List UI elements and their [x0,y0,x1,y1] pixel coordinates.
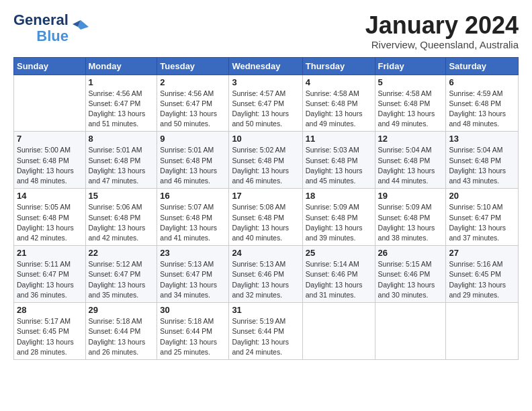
day-info: Sunrise: 4:59 AM Sunset: 6:48 PM Dayligh… [449,89,515,130]
location: Riverview, Queensland, Australia [365,39,519,50]
day-number: 20 [449,191,515,201]
day-number: 19 [378,191,443,201]
day-number: 1 [89,77,154,87]
calendar-cell: 29Sunrise: 5:18 AM Sunset: 6:44 PM Dayli… [85,303,157,360]
page: General Blue January 2024 Riverview, Que… [0,0,532,367]
day-info: Sunrise: 5:11 AM Sunset: 6:47 PM Dayligh… [17,259,83,300]
logo: General Blue [13,12,90,44]
day-number: 23 [160,248,226,258]
calendar-cell: 26Sunrise: 5:15 AM Sunset: 6:46 PM Dayli… [375,246,446,303]
week-row-2: 7Sunrise: 5:00 AM Sunset: 6:48 PM Daylig… [14,132,519,189]
weekday-header-friday: Friday [375,57,446,75]
day-number: 12 [378,134,443,144]
day-info: Sunrise: 5:01 AM Sunset: 6:48 PM Dayligh… [89,145,154,186]
calendar-cell: 25Sunrise: 5:14 AM Sunset: 6:46 PM Dayli… [302,246,375,303]
calendar-cell: 1Sunrise: 4:56 AM Sunset: 6:47 PM Daylig… [85,75,157,132]
calendar-cell: 15Sunrise: 5:06 AM Sunset: 6:48 PM Dayli… [85,189,157,246]
day-info: Sunrise: 5:19 AM Sunset: 6:44 PM Dayligh… [232,316,299,357]
day-info: Sunrise: 5:06 AM Sunset: 6:48 PM Dayligh… [89,202,154,243]
calendar-cell [302,303,375,360]
day-info: Sunrise: 4:58 AM Sunset: 6:48 PM Dayligh… [306,89,372,130]
day-number: 18 [306,191,372,201]
week-row-4: 21Sunrise: 5:11 AM Sunset: 6:47 PM Dayli… [14,246,519,303]
calendar-cell: 14Sunrise: 5:05 AM Sunset: 6:48 PM Dayli… [14,189,86,246]
calendar: SundayMondayTuesdayWednesdayThursdayFrid… [13,57,519,360]
day-info: Sunrise: 5:08 AM Sunset: 6:48 PM Dayligh… [232,202,299,243]
calendar-cell: 22Sunrise: 5:12 AM Sunset: 6:47 PM Dayli… [85,246,157,303]
day-number: 8 [89,134,154,144]
day-info: Sunrise: 5:00 AM Sunset: 6:48 PM Dayligh… [17,145,83,186]
day-number: 10 [232,134,299,144]
day-number: 28 [17,305,83,315]
day-number: 6 [449,77,515,87]
day-number: 15 [89,191,154,201]
calendar-cell: 27Sunrise: 5:16 AM Sunset: 6:45 PM Dayli… [446,246,519,303]
day-info: Sunrise: 5:14 AM Sunset: 6:46 PM Dayligh… [306,259,372,300]
calendar-cell: 13Sunrise: 5:04 AM Sunset: 6:48 PM Dayli… [446,132,519,189]
calendar-cell: 24Sunrise: 5:13 AM Sunset: 6:46 PM Dayli… [229,246,302,303]
day-number: 29 [89,305,154,315]
calendar-cell: 23Sunrise: 5:13 AM Sunset: 6:47 PM Dayli… [157,246,229,303]
day-info: Sunrise: 5:09 AM Sunset: 6:48 PM Dayligh… [306,202,372,243]
day-info: Sunrise: 4:57 AM Sunset: 6:47 PM Dayligh… [232,89,299,130]
calendar-cell [446,303,519,360]
day-info: Sunrise: 5:02 AM Sunset: 6:48 PM Dayligh… [232,145,299,186]
day-number: 5 [378,77,443,87]
day-info: Sunrise: 5:18 AM Sunset: 6:44 PM Dayligh… [89,316,154,357]
calendar-cell: 4Sunrise: 4:58 AM Sunset: 6:48 PM Daylig… [302,75,375,132]
calendar-cell: 20Sunrise: 5:10 AM Sunset: 6:47 PM Dayli… [446,189,519,246]
calendar-cell: 21Sunrise: 5:11 AM Sunset: 6:47 PM Dayli… [14,246,86,303]
calendar-header: SundayMondayTuesdayWednesdayThursdayFrid… [14,57,519,75]
day-info: Sunrise: 5:16 AM Sunset: 6:45 PM Dayligh… [449,259,515,300]
calendar-cell: 5Sunrise: 4:58 AM Sunset: 6:48 PM Daylig… [375,75,446,132]
calendar-cell: 18Sunrise: 5:09 AM Sunset: 6:48 PM Dayli… [302,189,375,246]
day-info: Sunrise: 5:04 AM Sunset: 6:48 PM Dayligh… [449,145,515,186]
day-number: 25 [306,248,372,258]
weekday-header-row: SundayMondayTuesdayWednesdayThursdayFrid… [14,57,519,75]
day-number: 7 [17,134,83,144]
day-number: 26 [378,248,443,258]
month-title: January 2024 [365,12,519,39]
day-number: 3 [232,77,299,87]
calendar-cell: 10Sunrise: 5:02 AM Sunset: 6:48 PM Dayli… [229,132,302,189]
day-info: Sunrise: 5:12 AM Sunset: 6:47 PM Dayligh… [89,259,154,300]
calendar-cell: 31Sunrise: 5:19 AM Sunset: 6:44 PM Dayli… [229,303,302,360]
week-row-5: 28Sunrise: 5:17 AM Sunset: 6:45 PM Dayli… [14,303,519,360]
calendar-cell: 19Sunrise: 5:09 AM Sunset: 6:48 PM Dayli… [375,189,446,246]
day-number: 11 [306,134,372,144]
weekday-header-tuesday: Tuesday [157,57,229,75]
day-info: Sunrise: 5:05 AM Sunset: 6:48 PM Dayligh… [17,202,83,243]
day-info: Sunrise: 4:56 AM Sunset: 6:47 PM Dayligh… [89,89,154,130]
day-info: Sunrise: 4:56 AM Sunset: 6:47 PM Dayligh… [160,89,226,130]
day-info: Sunrise: 5:17 AM Sunset: 6:45 PM Dayligh… [17,316,83,357]
day-number: 9 [160,134,226,144]
day-info: Sunrise: 5:18 AM Sunset: 6:44 PM Dayligh… [160,316,226,357]
calendar-body: 1Sunrise: 4:56 AM Sunset: 6:47 PM Daylig… [14,75,519,359]
day-number: 24 [232,248,299,258]
day-info: Sunrise: 5:07 AM Sunset: 6:48 PM Dayligh… [160,202,226,243]
calendar-cell: 28Sunrise: 5:17 AM Sunset: 6:45 PM Dayli… [14,303,86,360]
day-info: Sunrise: 4:58 AM Sunset: 6:48 PM Dayligh… [378,89,443,130]
day-info: Sunrise: 5:13 AM Sunset: 6:47 PM Dayligh… [160,259,226,300]
day-info: Sunrise: 5:04 AM Sunset: 6:48 PM Dayligh… [378,145,443,186]
day-number: 14 [17,191,83,201]
day-number: 4 [306,77,372,87]
header: General Blue January 2024 Riverview, Que… [13,12,519,50]
calendar-cell: 9Sunrise: 5:01 AM Sunset: 6:48 PM Daylig… [157,132,229,189]
calendar-cell: 30Sunrise: 5:18 AM Sunset: 6:44 PM Dayli… [157,303,229,360]
calendar-cell: 7Sunrise: 5:00 AM Sunset: 6:48 PM Daylig… [14,132,86,189]
weekday-header-sunday: Sunday [14,57,86,75]
logo-general: General [13,12,69,28]
day-number: 2 [160,77,226,87]
day-number: 16 [160,191,226,201]
weekday-header-thursday: Thursday [302,57,375,75]
logo-bird-icon [71,17,90,39]
calendar-cell: 12Sunrise: 5:04 AM Sunset: 6:48 PM Dayli… [375,132,446,189]
calendar-cell [14,75,86,132]
weekday-header-saturday: Saturday [446,57,519,75]
calendar-cell: 11Sunrise: 5:03 AM Sunset: 6:48 PM Dayli… [302,132,375,189]
day-number: 30 [160,305,226,315]
calendar-cell: 2Sunrise: 4:56 AM Sunset: 6:47 PM Daylig… [157,75,229,132]
weekday-header-wednesday: Wednesday [229,57,302,75]
week-row-3: 14Sunrise: 5:05 AM Sunset: 6:48 PM Dayli… [14,189,519,246]
